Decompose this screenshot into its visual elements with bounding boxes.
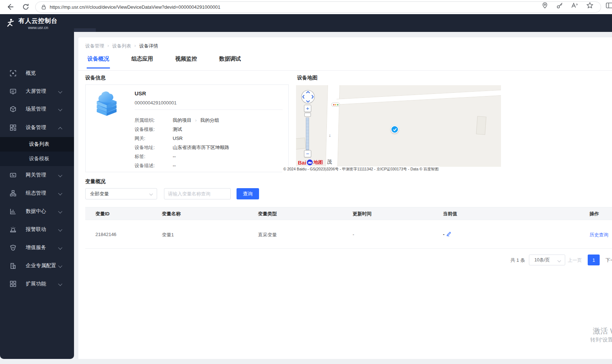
variable-type-select[interactable]: 全部变量 [85, 188, 157, 199]
sidebar-item-data-center[interactable]: 数据中心 [0, 202, 74, 220]
sidebar-item-device-mgmt[interactable]: 设备管理 [0, 119, 74, 137]
sidebar-item-scene-mgmt[interactable]: 场景管理 [0, 100, 74, 118]
content-card: 设备管理 › 设备列表 › 设备详情 设备概况 组态应用 视频监控 数据调试 设… [78, 37, 612, 359]
usr-person-logo-icon [6, 18, 16, 28]
refresh-icon[interactable] [22, 3, 30, 11]
breadcrumb-separator: › [134, 43, 136, 49]
sidebar-label: 大屏管理 [26, 88, 46, 95]
sidebar-item-device-list[interactable]: 设备列表 [0, 137, 74, 152]
cell-update-time: - [353, 232, 354, 237]
sidebar-label: 概览 [26, 70, 36, 76]
tab-video-monitor[interactable]: 视频监控 [174, 55, 198, 69]
sidebar-item-enterprise-config[interactable]: 企业专属配置 [0, 257, 74, 275]
history-query-link[interactable]: 历史查询 [590, 232, 608, 238]
sidebar-item-value-added[interactable]: 增值服务 [0, 239, 74, 257]
field-value: 山东省济南市历下区坤顺路 [173, 144, 229, 151]
chevron-up-icon [58, 127, 62, 131]
pagination-next-button[interactable]: 下一页 [605, 257, 612, 264]
sidebar-item-alarm-linkage[interactable]: 报警联动 [0, 220, 74, 239]
cell-variable-type: 直采变量 [258, 232, 277, 238]
location-icon[interactable] [541, 2, 549, 9]
map-building [476, 116, 486, 135]
variable-search-input[interactable] [164, 188, 231, 199]
map-zoom-slider-track[interactable] [306, 117, 309, 150]
chevron-down-icon [58, 107, 62, 111]
baidu-map[interactable]: ↓ + − Bai du 地图 茂 [296, 85, 501, 167]
field-value: 测试 [173, 126, 182, 133]
road-direction-arrow: ↓ [329, 132, 331, 138]
breadcrumb-device-list[interactable]: 设备列表 [112, 43, 131, 49]
baidu-paw-icon: du [307, 159, 313, 166]
extensions-grid-icon [10, 281, 16, 287]
map-zoom-out-button[interactable]: − [304, 150, 311, 157]
map-zoom-in-button[interactable]: + [304, 105, 311, 112]
pagination-page-size-select[interactable]: 10条/页 [529, 255, 565, 265]
sidebar-item-device-template[interactable]: 设备模板 [0, 152, 74, 166]
overview-icon [10, 70, 16, 76]
chevron-down-icon [558, 259, 561, 262]
field-value: USR [173, 136, 182, 141]
chevron-down-icon [58, 227, 62, 231]
scene-cube-icon [10, 106, 16, 112]
map-copyright: © 2024 Baidu - GS(2023)3206号 - 甲测资字11111… [282, 166, 440, 172]
sidebar-item-gateway-mgmt[interactable]: 网关管理 [0, 166, 74, 184]
col-variable-type: 变量类型 [258, 211, 277, 217]
device-info-card: USR 0000004291000001 所属组织: 我的项目 › 我的分组 设… [85, 84, 289, 172]
sidebar-item-screen-mgmt[interactable]: 大屏管理 [0, 82, 74, 100]
password-key-icon[interactable] [556, 2, 563, 9]
edit-value-pencil-icon[interactable] [446, 231, 452, 236]
cell-current-value: - [443, 232, 444, 237]
split-screen-icon[interactable] [606, 2, 612, 9]
device-map-title: 设备地图 [297, 75, 317, 81]
device-mgmt-icon [10, 124, 16, 131]
sidebar-item-extensions[interactable]: 扩展功能 [0, 275, 74, 293]
breadcrumb: 设备管理 › 设备列表 › 设备详情 [85, 43, 158, 49]
field-address: 设备地址: 山东省济南市历下区坤顺路 [135, 143, 229, 152]
tab-device-overview[interactable]: 设备概况 [87, 55, 110, 69]
device-mgmt-submenu: 设备列表 设备模板 [0, 137, 74, 166]
field-value: -- [173, 163, 176, 168]
table-header: 变量ID 变量名称 变量类型 更新时间 当前值 操作 [85, 207, 612, 220]
org-group[interactable]: 我的分组 [200, 117, 219, 124]
address-bar[interactable]: https://mp.usr.cn/#/cloud/device/ViewDev… [35, 1, 601, 13]
pagination-page-1[interactable]: 1 [588, 255, 600, 265]
tab-data-debug[interactable]: 数据调试 [218, 55, 242, 69]
big-screen-icon [10, 88, 16, 95]
tab-configuration-app[interactable]: 组态应用 [131, 55, 154, 69]
sidebar-label: 企业专属配置 [26, 262, 56, 269]
chevron-down-icon [58, 89, 62, 93]
baidu-maps-logo: Bai du 地图 [298, 159, 323, 166]
pagination-prev-button[interactable]: 上一页 [568, 257, 582, 264]
field-label: 设备地址: [135, 144, 173, 151]
lock-icon[interactable] [41, 4, 47, 10]
col-current-value: 当前值 [443, 211, 457, 217]
field-label: 网关: [135, 135, 173, 142]
device-location-marker[interactable] [391, 125, 399, 133]
org-project[interactable]: 我的项目 [173, 117, 192, 124]
favorites-star-icon[interactable] [586, 2, 593, 9]
sidebar-item-overview[interactable]: 概览 [0, 64, 74, 82]
field-label: 标签: [135, 153, 173, 160]
cell-variable-id: 21842146 [95, 232, 116, 237]
device-info-title: 设备信息 [85, 75, 106, 81]
field-label: 设备描述: [135, 162, 173, 169]
logo[interactable]: 有人云控制台 www.usr.cn [0, 14, 74, 32]
map-zoom-slider-handle[interactable] [304, 113, 311, 117]
detail-tabs: 设备概况 组态应用 视频监控 数据调试 [87, 55, 242, 69]
field-gateway: 网关: USR [135, 134, 182, 143]
browser-toolbar: https://mp.usr.cn/#/cloud/device/ViewDev… [0, 0, 612, 14]
chevron-down-icon [149, 192, 153, 196]
breadcrumb-device-mgmt[interactable]: 设备管理 [85, 43, 104, 49]
sidebar-item-config-mgmt[interactable]: 组态管理 [0, 184, 74, 202]
cell-variable-name: 变量1 [162, 232, 174, 238]
chevron-down-icon [58, 209, 62, 213]
map-pan-control[interactable] [301, 90, 315, 104]
url-text[interactable]: https://mp.usr.cn/#/cloud/device/ViewDev… [50, 4, 220, 10]
read-aloud-icon[interactable] [571, 2, 578, 9]
breadcrumb-separator: › [107, 43, 109, 49]
logo-subtitle: www.usr.cn [19, 25, 58, 30]
field-description: 设备描述: -- [135, 161, 176, 170]
query-button[interactable]: 查询 [237, 188, 259, 199]
back-icon[interactable] [7, 3, 15, 11]
variables-title: 变量概况 [85, 178, 106, 185]
